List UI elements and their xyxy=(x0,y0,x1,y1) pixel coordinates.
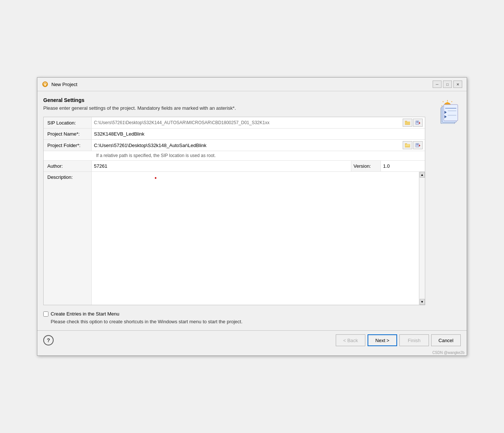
project-folder-buttons xyxy=(403,141,423,149)
svg-marker-18 xyxy=(419,144,420,147)
section-title: General Settings xyxy=(43,97,425,103)
dialog-content: General Settings Please enter general se… xyxy=(37,91,467,330)
project-folder-browse-button[interactable] xyxy=(403,141,412,149)
form-grid: SIP Location: C:\Users\57261\Desktop\S32… xyxy=(43,117,425,305)
start-menu-checkbox-desc: Please check this option to create short… xyxy=(51,319,425,324)
import-folder-icon xyxy=(415,143,420,147)
title-bar-left: New Project xyxy=(42,81,77,88)
minimize-button[interactable]: ─ xyxy=(433,81,442,88)
title-bar: New Project ─ □ ✕ xyxy=(37,78,467,91)
version-field[interactable] xyxy=(380,161,425,171)
description-label: Description: xyxy=(44,172,92,305)
svg-rect-16 xyxy=(416,144,418,144)
svg-rect-17 xyxy=(416,145,418,146)
svg-line-24 xyxy=(443,102,444,102)
close-button[interactable]: ✕ xyxy=(453,81,462,88)
folder-icon xyxy=(405,120,410,125)
import-icon xyxy=(415,120,420,125)
sip-location-import-button[interactable] xyxy=(413,119,423,127)
scroll-track xyxy=(419,178,425,299)
cancel-button[interactable]: Cancel xyxy=(431,334,461,346)
description-field: • ▲ ▼ xyxy=(92,172,425,305)
project-name-label: Project Name*: xyxy=(44,129,92,140)
window-title: New Project xyxy=(51,82,77,87)
version-label: Version: xyxy=(351,161,380,171)
svg-point-3 xyxy=(45,83,45,84)
version-input[interactable] xyxy=(383,163,423,169)
svg-line-25 xyxy=(451,102,452,102)
bottom-bar: ? < Back Next > Finish Cancel xyxy=(37,330,467,350)
start-menu-checkbox[interactable] xyxy=(43,311,48,317)
svg-rect-9 xyxy=(416,122,418,123)
dialog-icon-area xyxy=(431,97,461,327)
svg-marker-14 xyxy=(405,144,410,146)
sip-location-label: SIP Location: xyxy=(44,117,92,129)
watermark: CSDN @wangke2b xyxy=(37,350,467,355)
title-bar-controls: ─ □ ✕ xyxy=(433,81,462,88)
dialog-main: General Settings Please enter general se… xyxy=(43,97,425,327)
scroll-up-arrow[interactable]: ▲ xyxy=(420,172,425,178)
project-folder-hint: If a relative path is specified, the SIP… xyxy=(95,153,216,158)
scroll-down-arrow[interactable]: ▼ xyxy=(420,299,425,305)
project-name-input[interactable] xyxy=(94,131,423,137)
back-button[interactable]: < Back xyxy=(336,334,365,346)
project-name-field[interactable] xyxy=(92,129,425,140)
checkbox-section: Create Entries in the Start Menu Please … xyxy=(43,311,425,324)
sip-location-browse-button[interactable] xyxy=(403,119,412,127)
project-folder-input[interactable] xyxy=(94,143,401,148)
help-button[interactable]: ? xyxy=(43,335,54,345)
project-folder-import-button[interactable] xyxy=(413,141,423,149)
finish-button[interactable]: Finish xyxy=(399,334,429,346)
author-field[interactable] xyxy=(92,161,351,171)
sip-location-value: C:\Users\57261\Desktop\S32K144_AUTOSAR\M… xyxy=(94,120,401,125)
project-folder-label: Project Folder*: xyxy=(44,140,92,151)
start-menu-checkbox-row: Create Entries in the Start Menu xyxy=(43,311,425,317)
sip-location-field: C:\Users\57261\Desktop\S32K144_AUTOSAR\M… xyxy=(92,117,425,129)
maximize-button[interactable]: □ xyxy=(443,81,452,88)
app-icon xyxy=(42,81,48,88)
author-input[interactable] xyxy=(94,163,349,169)
bottom-right: < Back Next > Finish Cancel xyxy=(336,334,461,346)
project-folder-field xyxy=(92,140,425,151)
bottom-left: ? xyxy=(43,335,54,345)
description-input[interactable] xyxy=(92,172,419,305)
svg-rect-2 xyxy=(45,84,46,86)
wizard-icon xyxy=(434,97,461,124)
svg-marker-10 xyxy=(419,122,420,124)
description-scrollbar[interactable]: ▲ ▼ xyxy=(419,172,425,305)
dialog-window: New Project ─ □ ✕ General Settings Pleas… xyxy=(37,77,467,356)
folder-open-icon xyxy=(405,143,410,147)
author-label: Author: xyxy=(44,161,92,172)
start-menu-checkbox-label[interactable]: Create Entries in the Start Menu xyxy=(51,311,119,317)
svg-rect-6 xyxy=(405,122,410,125)
sip-location-buttons xyxy=(403,119,423,127)
svg-rect-8 xyxy=(416,121,418,122)
next-button[interactable]: Next > xyxy=(368,334,397,346)
section-desc: Please enter general settings of the pro… xyxy=(43,105,425,111)
red-dot-indicator: • xyxy=(155,175,157,181)
